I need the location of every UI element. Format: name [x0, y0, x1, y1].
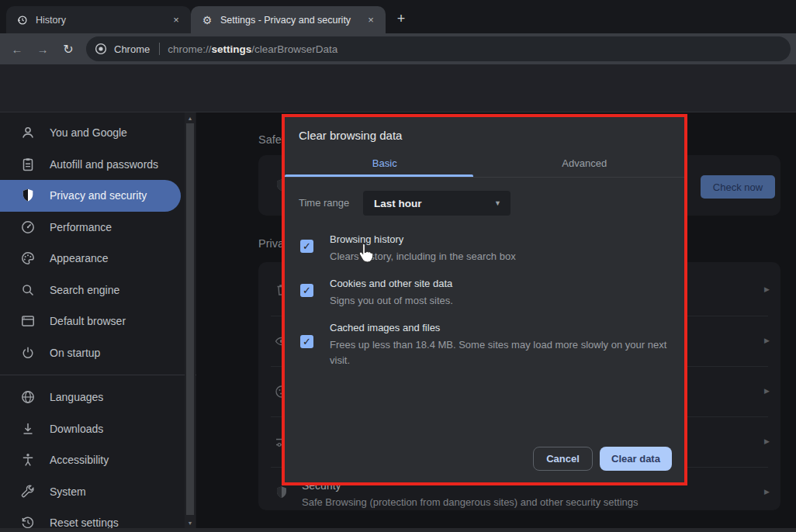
sidebar-scrollbar[interactable]: ▲ ▼ [185, 112, 196, 528]
sidebar-item-languages[interactable]: Languages [0, 382, 181, 413]
time-range-value: Last hour [374, 198, 422, 209]
reload-button[interactable]: ↻ [58, 39, 78, 59]
clear-browsing-data-dialog: Clear browsing data Basic Advanced Time … [282, 114, 687, 485]
person-icon [20, 125, 36, 140]
palette-icon [20, 250, 36, 266]
sidebar-item-label: On startup [50, 347, 100, 359]
tab-settings[interactable]: ⚙ Settings - Privacy and security × [191, 6, 386, 33]
clear-data-button[interactable]: Clear data [600, 447, 672, 471]
check-now-button[interactable]: Check now [701, 175, 775, 199]
tabs-divider [285, 177, 684, 178]
tab-title: History [36, 15, 66, 26]
scrollbar-thumb[interactable] [186, 123, 194, 515]
chrome-badge-icon [95, 43, 107, 55]
settings-sidebar: You and Google Autofill and passwords Pr… [0, 112, 196, 532]
power-icon [20, 345, 36, 361]
sidebar-item-you-and-google[interactable]: You and Google [0, 117, 181, 149]
tab-advanced[interactable]: Advanced [485, 153, 685, 174]
site-label: Chrome [114, 43, 150, 55]
security-row-subtitle: Safe Browsing (protection from dangerous… [302, 496, 639, 508]
sidebar-item-label: Downloads [50, 423, 103, 435]
sidebar-item-label: Accessibility [50, 454, 109, 466]
sidebar-item-accessibility[interactable]: Accessibility [0, 444, 181, 476]
dialog-buttons: Cancel Clear data [533, 447, 672, 471]
sidebar-item-label: Default browser [50, 315, 126, 327]
sidebar-item-performance[interactable]: Performance [0, 212, 181, 244]
checkbox-description: Frees up less than 18.4 MB. Some sites m… [330, 337, 675, 368]
history-icon [16, 15, 29, 26]
sidebar-item-appearance[interactable]: Appearance [0, 243, 181, 275]
mouse-cursor [356, 243, 375, 263]
address-bar[interactable]: Chrome chrome://settings/clearBrowserDat… [86, 36, 791, 61]
sidebar-item-downloads[interactable]: Downloads [0, 413, 181, 445]
sidebar-item-default-browser[interactable]: Default browser [0, 306, 181, 337]
close-tab-icon[interactable]: × [169, 13, 183, 27]
shield-icon [20, 188, 36, 203]
scroll-up-icon[interactable]: ▲ [185, 112, 196, 123]
chevron-right-icon[interactable]: ▶ [764, 387, 770, 395]
scroll-down-icon[interactable]: ▼ [185, 517, 196, 528]
sidebar-item-privacy-security[interactable]: Privacy and security [0, 180, 181, 212]
sidebar-item-label: Privacy and security [50, 189, 147, 202]
sidebar-item-label: System [50, 485, 86, 498]
dialog-title: Clear browsing data [299, 129, 402, 142]
chevron-right-icon[interactable]: ▶ [764, 437, 770, 445]
new-tab-button[interactable]: + [391, 9, 411, 29]
settings-header: Settings Search settings [0, 64, 796, 112]
back-button[interactable]: ← [7, 39, 27, 59]
sidebar-item-system[interactable]: System [0, 476, 181, 508]
tab-basic[interactable]: Basic [285, 153, 485, 174]
bottom-row-edge [0, 528, 796, 532]
speedometer-icon [20, 219, 36, 235]
clipboard-icon [20, 157, 36, 172]
close-tab-icon[interactable]: × [364, 13, 378, 27]
sidebar-item-label: Reset settings [50, 516, 119, 529]
sidebar-item-label: Search engine [50, 284, 119, 296]
chevron-down-icon: ▼ [494, 199, 501, 207]
sidebar-item-label: You and Google [50, 126, 127, 139]
sidebar-divider [0, 375, 196, 375]
checkbox-description: Clears history, including in the search … [330, 249, 675, 264]
sidebar-item-label: Languages [50, 391, 103, 403]
sidebar-item-label: Appearance [50, 252, 109, 264]
time-range-dropdown[interactable]: Last hour ▼ [363, 191, 510, 216]
sidebar-item-label: Performance [50, 221, 112, 233]
checkbox-description: Signs you out of most sites. [330, 293, 675, 309]
url-scheme: chrome:// [168, 43, 211, 55]
chevron-right-icon[interactable]: ▶ [764, 337, 770, 344]
browser-window-icon [20, 313, 36, 329]
url-path: /clearBrowserData [251, 43, 337, 55]
chevron-right-icon[interactable]: ▶ [764, 285, 770, 293]
tab-strip: History × ⚙ Settings - Privacy and secur… [0, 0, 796, 33]
wrench-icon [20, 484, 36, 499]
sidebar-item-on-startup[interactable]: On startup [0, 337, 181, 369]
cancel-button[interactable]: Cancel [533, 447, 593, 471]
browsing-history-checkbox[interactable]: ✓ [300, 240, 313, 253]
tab-history[interactable]: History × [6, 6, 191, 33]
url-host: settings [212, 43, 252, 55]
magnifier-icon [20, 282, 36, 298]
cached-images-checkbox[interactable]: ✓ [300, 335, 313, 348]
omnibox-separator [159, 43, 160, 55]
sidebar-item-label: Autofill and passwords [50, 158, 158, 171]
sidebar-item-autofill[interactable]: Autofill and passwords [0, 149, 181, 181]
gear-icon: ⚙ [201, 14, 213, 26]
time-range-label: Time range [299, 191, 349, 216]
accessibility-icon [20, 452, 36, 468]
globe-icon [20, 389, 36, 405]
tab-title: Settings - Privacy and security [220, 15, 351, 26]
checkbox-title: Cookies and other site data [330, 278, 452, 289]
shield-icon [274, 485, 289, 500]
checkbox-title: Cached images and files [330, 322, 440, 333]
download-icon [20, 421, 36, 437]
forward-button[interactable]: → [33, 39, 53, 59]
chevron-right-icon[interactable]: ▶ [764, 488, 770, 496]
sidebar-item-search-engine[interactable]: Search engine [0, 275, 181, 306]
cookies-checkbox[interactable]: ✓ [300, 284, 313, 297]
